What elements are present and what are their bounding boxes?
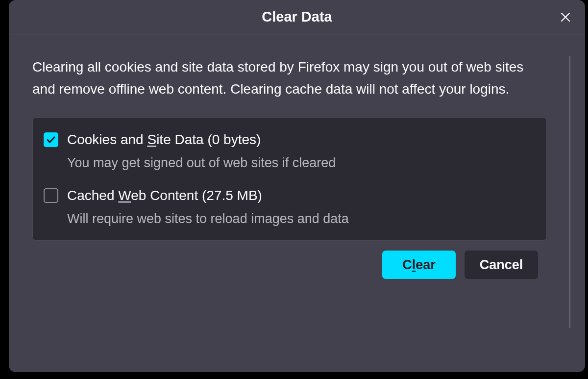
option-cookies-site-data: Cookies and Site Data (0 bytes) You may … (44, 130, 536, 172)
option-sublabel: Will require web sites to reload images … (67, 210, 536, 227)
dialog-titlebar: Clear Data (9, 0, 585, 34)
dialog-body: Clearing all cookies and site data store… (9, 34, 585, 372)
clear-data-dialog: Clear Data Clearing all cookies and site… (9, 0, 585, 372)
option-text: Cached Web Content (27.5 MB) Will requir… (67, 186, 536, 227)
option-label[interactable]: Cookies and Site Data (0 bytes) (67, 130, 536, 149)
dialog-title: Clear Data (262, 9, 332, 25)
checkbox-cookies-site-data[interactable] (44, 132, 58, 147)
option-cached-web-content: Cached Web Content (27.5 MB) Will requir… (44, 186, 536, 227)
dialog-description: Clearing all cookies and site data store… (32, 56, 562, 101)
cancel-button[interactable]: Cancel (465, 251, 538, 279)
option-label[interactable]: Cached Web Content (27.5 MB) (67, 186, 536, 205)
checkmark-icon (46, 134, 56, 145)
clear-button[interactable]: Clear (382, 251, 456, 279)
checkbox-cached-web-content[interactable] (44, 188, 58, 203)
option-sublabel: You may get signed out of web sites if c… (67, 154, 536, 172)
close-icon (560, 11, 571, 23)
option-text: Cookies and Site Data (0 bytes) You may … (67, 130, 536, 172)
scrollbar[interactable] (569, 56, 570, 328)
options-panel: Cookies and Site Data (0 bytes) You may … (32, 117, 547, 241)
dialog-footer: Clear Cancel (32, 241, 562, 279)
close-button[interactable] (557, 8, 574, 26)
